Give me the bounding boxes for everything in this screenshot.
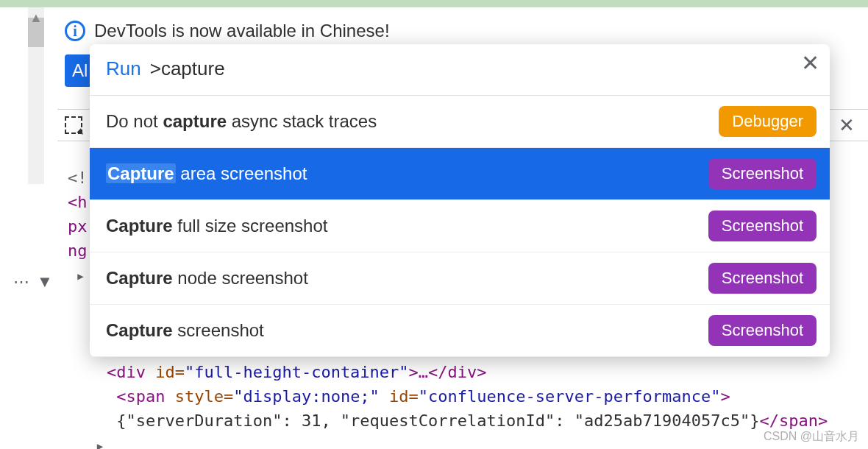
category-badge: Screenshot	[708, 158, 817, 189]
category-badge: Screenshot	[708, 263, 817, 294]
code-line: ng	[68, 241, 88, 260]
expand-triangle-icon[interactable]: ▶	[97, 439, 103, 450]
command-item[interactable]: Capture screenshotScreenshot	[90, 305, 830, 357]
code-tag: </span>	[759, 411, 828, 430]
window-top-accent	[0, 0, 868, 7]
command-item[interactable]: Capture area screenshotScreenshot	[90, 148, 830, 200]
code-text: {"serverDuration": 31, "requestCorrelati…	[116, 411, 759, 430]
prompt-prefix: >	[150, 57, 161, 79]
command-item[interactable]: Capture node screenshotScreenshot	[90, 252, 830, 305]
command-input[interactable]: >capture	[150, 57, 225, 80]
element-picker-icon[interactable]	[65, 116, 82, 134]
banner-text: DevTools is now available in Chinese!	[94, 21, 390, 41]
command-item[interactable]: Do not capture async stack tracesDebugge…	[90, 96, 830, 148]
command-item[interactable]: Capture full size screenshotScreenshot	[90, 200, 830, 252]
scroll-up-arrow[interactable]: ▲	[29, 10, 43, 26]
code-line: <!	[68, 169, 88, 187]
code-attr: id=	[146, 363, 185, 381]
code-tag: <div	[107, 363, 146, 381]
code-str: "confluence-server-performance"	[419, 387, 721, 406]
close-icon[interactable]: ✕	[801, 50, 819, 76]
gutter-overflow-indicator[interactable]: ⋯ ▼	[13, 272, 54, 291]
command-item-label: Capture area screenshot	[106, 163, 307, 184]
category-badge: Screenshot	[708, 315, 817, 346]
watermark: CSDN @山音水月	[764, 429, 859, 445]
command-palette-header: Run >capture	[90, 44, 830, 96]
command-palette-list: Do not capture async stack tracesDebugge…	[90, 96, 830, 357]
code-attr: id=	[380, 387, 419, 406]
code-tag: >	[720, 387, 730, 406]
code-line: px	[68, 217, 88, 236]
code-tag: div>	[448, 363, 487, 381]
command-item-label: Capture screenshot	[106, 320, 264, 341]
command-palette: ✕ Run >capture Do not capture async stac…	[90, 44, 830, 357]
expand-triangle-icon[interactable]: ▶	[77, 269, 83, 284]
command-item-label: Capture full size screenshot	[106, 216, 327, 236]
command-item-label: Do not capture async stack traces	[106, 111, 377, 132]
scrollbar-track[interactable]	[28, 7, 44, 184]
code-str: "display:none;"	[233, 387, 380, 406]
info-icon: i	[65, 21, 85, 41]
code-tag: <span	[116, 387, 165, 406]
category-badge: Screenshot	[708, 211, 817, 241]
category-badge: Debugger	[719, 106, 817, 137]
close-icon[interactable]: ✕	[839, 114, 855, 137]
query-text: capture	[161, 57, 225, 79]
code-line: <h	[68, 193, 88, 211]
command-item-label: Capture node screenshot	[106, 268, 308, 289]
code-attr: style=	[165, 387, 233, 406]
code-str: "full-height-container"	[185, 363, 409, 381]
code-tag: >…</	[409, 363, 448, 381]
run-label: Run	[106, 57, 141, 80]
